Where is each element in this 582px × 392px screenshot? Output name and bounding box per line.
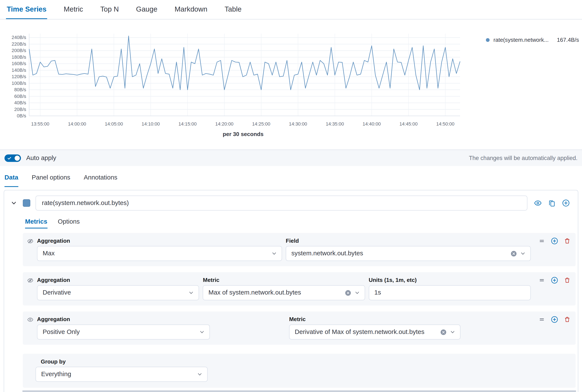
- units-input[interactable]: [369, 285, 530, 300]
- group-by-label: Group by: [41, 358, 575, 364]
- add-metric-icon[interactable]: [551, 237, 558, 244]
- group-by-select[interactable]: Everything: [36, 367, 208, 382]
- tab-table[interactable]: Table: [224, 0, 242, 19]
- tab-metrics[interactable]: Metrics: [25, 216, 47, 228]
- svg-text:100B/s: 100B/s: [12, 80, 26, 86]
- svg-text:14:15:00: 14:15:00: [179, 121, 197, 126]
- delete-metric-icon[interactable]: [564, 277, 570, 284]
- field-label: Metric: [203, 277, 365, 283]
- drag-handle-icon[interactable]: [539, 277, 545, 284]
- svg-text:240B/s: 240B/s: [12, 35, 26, 40]
- delete-metric-icon[interactable]: [564, 238, 570, 244]
- tab-panel-options[interactable]: Panel options: [32, 169, 70, 187]
- field-label: Units (1s, 1m, etc): [369, 277, 530, 283]
- auto-apply-bar: Auto apply The changes will be automatic…: [0, 150, 582, 166]
- editor-tabs: Data Panel options Annotations: [0, 166, 582, 187]
- clear-selection-icon[interactable]: [345, 290, 351, 296]
- svg-text:200B/s: 200B/s: [12, 48, 26, 53]
- svg-text:140B/s: 140B/s: [12, 68, 26, 73]
- chart-interval-caption: per 30 seconds: [0, 131, 486, 137]
- svg-text:14:10:00: 14:10:00: [142, 121, 160, 126]
- tsvb-editor: Time Series Metric Top N Gauge Markdown …: [0, 0, 582, 392]
- metric-hidden-icon[interactable]: [27, 238, 33, 246]
- add-metric-icon[interactable]: [551, 277, 558, 284]
- tab-metric[interactable]: Metric: [63, 0, 84, 19]
- row-actions: [539, 316, 570, 323]
- svg-text:14:40:00: 14:40:00: [363, 121, 381, 126]
- metric-row: Aggregation Max Field system.network.out…: [23, 233, 575, 266]
- chevron-down-icon: [520, 250, 526, 256]
- svg-text:14:50:00: 14:50:00: [436, 121, 454, 126]
- svg-text:60B/s: 60B/s: [14, 94, 26, 99]
- metric-rows: Aggregation Max Field system.network.out…: [4, 228, 578, 388]
- svg-text:14:05:00: 14:05:00: [105, 121, 123, 126]
- clear-selection-icon[interactable]: [440, 329, 447, 335]
- series-color-swatch[interactable]: [23, 199, 30, 207]
- svg-text:13:55:00: 13:55:00: [31, 121, 49, 126]
- add-series-icon[interactable]: [562, 199, 569, 207]
- clone-series-icon[interactable]: [548, 200, 555, 206]
- svg-text:160B/s: 160B/s: [12, 61, 26, 66]
- series-label-input[interactable]: [36, 196, 527, 210]
- svg-text:80B/s: 80B/s: [14, 87, 26, 92]
- chart-legend[interactable]: rate(system.network... 167.4B/s: [486, 37, 579, 43]
- metric-hidden-icon[interactable]: [27, 278, 33, 285]
- chevron-down-icon: [188, 290, 194, 296]
- chevron-down-icon: [450, 329, 456, 335]
- chevron-down-icon: [354, 290, 360, 296]
- svg-text:14:30:00: 14:30:00: [289, 121, 307, 126]
- tab-options[interactable]: Options: [58, 216, 80, 228]
- auto-apply-note: The changes will be automatically applie…: [469, 155, 577, 161]
- svg-text:220B/s: 220B/s: [12, 41, 26, 47]
- field-label: Metric: [289, 316, 460, 322]
- metric-combo[interactable]: Derivative of Max of system.network.out.…: [289, 324, 460, 340]
- tab-annotations[interactable]: Annotations: [84, 169, 118, 187]
- drag-handle-icon[interactable]: [539, 238, 545, 244]
- chevron-down-icon: [271, 250, 277, 256]
- toggle-thumb: [14, 155, 20, 161]
- field-label: Aggregation: [37, 277, 199, 283]
- svg-text:14:00:00: 14:00:00: [68, 121, 86, 126]
- field-label: Field: [286, 237, 531, 244]
- tab-time-series[interactable]: Time Series: [6, 0, 47, 19]
- aggregation-select[interactable]: Max: [37, 246, 282, 261]
- series-header: [4, 190, 578, 216]
- toggle-series-visibility-icon[interactable]: [534, 199, 542, 207]
- row-actions: [539, 277, 570, 284]
- legend-series-dot: [486, 38, 490, 42]
- field-label: Aggregation: [37, 237, 282, 244]
- metric-combo[interactable]: Max of system.network.out.bytes: [203, 285, 365, 300]
- tab-data[interactable]: Data: [5, 169, 18, 187]
- row-actions: [539, 237, 570, 244]
- aggregation-select[interactable]: Derivative: [37, 285, 199, 300]
- svg-text:180B/s: 180B/s: [12, 54, 26, 60]
- check-icon: [7, 156, 12, 160]
- svg-text:40B/s: 40B/s: [14, 100, 26, 106]
- auto-apply-label: Auto apply: [26, 154, 56, 162]
- tab-gauge[interactable]: Gauge: [135, 0, 158, 19]
- tab-top-n[interactable]: Top N: [100, 0, 120, 19]
- timeseries-chart[interactable]: 0B/s20B/s40B/s60B/s80B/s100B/s120B/s140B…: [0, 31, 486, 128]
- metric-row: Aggregation Positive Only Metric Derivat…: [23, 312, 575, 345]
- svg-text:14:25:00: 14:25:00: [252, 121, 270, 126]
- chevron-down-icon: [199, 329, 205, 335]
- legend-series-value: 167.4B/s: [557, 37, 579, 43]
- drag-handle-icon[interactable]: [539, 316, 545, 323]
- aggregation-select[interactable]: Positive Only: [37, 324, 210, 340]
- field-combo[interactable]: system.network.out.bytes: [286, 246, 531, 261]
- chevron-down-icon: [197, 371, 203, 377]
- group-by-row: Group by Everything: [23, 354, 575, 388]
- add-metric-icon[interactable]: [551, 316, 558, 323]
- delete-metric-icon[interactable]: [564, 316, 570, 323]
- tab-markdown[interactable]: Markdown: [174, 0, 208, 19]
- collapse-series-icon[interactable]: [10, 199, 18, 207]
- clear-selection-icon[interactable]: [511, 250, 517, 257]
- svg-text:14:20:00: 14:20:00: [215, 121, 234, 126]
- metric-visible-icon[interactable]: [27, 316, 33, 324]
- svg-text:14:35:00: 14:35:00: [326, 121, 344, 126]
- field-label: Aggregation: [37, 316, 210, 322]
- series-tabs: Metrics Options: [4, 216, 578, 228]
- series-actions: [533, 199, 572, 207]
- auto-apply-toggle[interactable]: [5, 154, 21, 162]
- legend-series-label: rate(system.network...: [493, 37, 549, 43]
